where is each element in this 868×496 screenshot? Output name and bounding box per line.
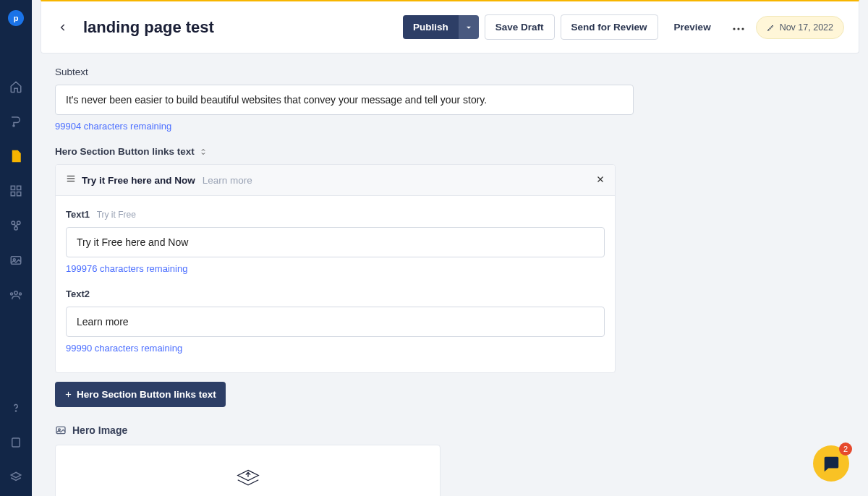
stack-upload-icon — [234, 466, 262, 493]
svg-point-12 — [20, 293, 22, 295]
subtext-char-remaining: 99904 characters remaining — [55, 121, 845, 132]
content-area: Subtext 99904 characters remaining Hero … — [41, 54, 859, 496]
svg-rect-1 — [11, 186, 14, 189]
publish-label: Publish — [403, 15, 459, 39]
nav-users-icon[interactable] — [9, 288, 23, 302]
nav-stack-icon[interactable] — [9, 470, 23, 484]
text2-input[interactable] — [66, 307, 605, 337]
svg-rect-14 — [12, 438, 20, 447]
text1-label: Text1 Try it Free — [66, 209, 605, 220]
page-title: landing page test — [80, 18, 214, 37]
intercom-launcher[interactable]: 2 — [813, 445, 849, 482]
more-actions-button[interactable] — [727, 15, 750, 39]
scheduled-date-pill[interactable]: Nov 17, 2022 — [756, 16, 844, 39]
subtext-label: Subtext — [55, 67, 845, 77]
svg-rect-3 — [11, 192, 14, 196]
save-draft-button[interactable]: Save Draft — [485, 14, 555, 40]
svg-rect-2 — [17, 186, 21, 189]
caret-down-icon — [465, 24, 472, 31]
text2-char-remaining: 99990 characters remaining — [66, 343, 605, 354]
intercom-badge: 2 — [839, 442, 852, 456]
top-actions: Publish Save Draft Send for Review Previ… — [403, 14, 844, 40]
back-button[interactable] — [54, 19, 72, 36]
subtext-input[interactable] — [55, 85, 634, 115]
sidebar-bottom — [9, 401, 23, 484]
hero-button-item-subtitle: Learn more — [203, 175, 252, 186]
hero-button-item-body: Text1 Try it Free 199976 characters rema… — [56, 196, 615, 372]
brand-logo[interactable]: p — [8, 10, 24, 26]
sidebar-nav — [9, 80, 23, 302]
svg-point-11 — [11, 293, 13, 295]
close-icon — [596, 175, 605, 184]
svg-point-7 — [14, 227, 18, 231]
more-icon — [733, 27, 744, 30]
topbar: landing page test Publish Save Draft Sen… — [41, 0, 859, 54]
text1-input[interactable] — [66, 227, 605, 257]
text1-char-remaining: 199976 characters remaining — [66, 263, 605, 274]
hero-image-label: Hero Image — [55, 424, 845, 436]
pencil-icon — [767, 23, 775, 32]
text1-hint: Try it Free — [97, 210, 136, 220]
hero-button-item-title: Try it Free here and Now — [82, 175, 195, 186]
hero-buttons-section-label: Hero Section Button links text — [55, 146, 845, 157]
hero-button-item-header[interactable]: Try it Free here and Now Learn more — [56, 165, 615, 196]
nav-blog-icon[interactable] — [9, 114, 23, 129]
nav-media-icon[interactable] — [9, 253, 23, 268]
text2-label: Text2 — [66, 288, 605, 299]
nav-help-icon[interactable] — [9, 401, 23, 415]
chat-icon — [822, 454, 841, 473]
svg-rect-4 — [17, 192, 21, 196]
plus-icon — [64, 390, 72, 398]
nav-home-icon[interactable] — [9, 80, 23, 94]
svg-point-10 — [14, 291, 18, 295]
svg-point-13 — [15, 411, 16, 411]
image-icon — [55, 424, 67, 436]
add-hero-button-item[interactable]: Hero Section Button links text — [55, 382, 226, 407]
hero-button-item-remove[interactable] — [596, 174, 605, 187]
svg-point-17 — [741, 27, 744, 30]
nav-book-icon[interactable] — [9, 435, 23, 450]
scheduled-date-text: Nov 17, 2022 — [780, 22, 833, 33]
preview-button[interactable]: Preview — [664, 15, 721, 39]
hero-button-item: Try it Free here and Now Learn more Text… — [55, 164, 616, 373]
sort-icon[interactable] — [199, 147, 208, 156]
svg-point-16 — [737, 27, 739, 30]
sidebar: p — [0, 0, 32, 496]
hero-image-label-text: Hero Image — [72, 424, 127, 436]
add-hero-button-label: Hero Section Button links text — [77, 389, 216, 400]
nav-grid-icon[interactable] — [9, 184, 23, 198]
drag-handle-icon[interactable] — [66, 174, 76, 187]
chevron-left-icon — [58, 22, 68, 33]
publish-button[interactable]: Publish — [403, 15, 479, 39]
media-dropzone[interactable]: Choose Media or Drag and Drop File — [55, 445, 441, 496]
main-panel: landing page test Publish Save Draft Sen… — [32, 0, 868, 496]
hero-buttons-section-label-text: Hero Section Button links text — [55, 146, 195, 157]
nav-pages-icon[interactable] — [9, 149, 23, 163]
nav-components-icon[interactable] — [9, 218, 23, 233]
send-for-review-button[interactable]: Send for Review — [561, 14, 658, 40]
svg-point-15 — [733, 27, 735, 30]
publish-dropdown[interactable] — [459, 15, 479, 39]
